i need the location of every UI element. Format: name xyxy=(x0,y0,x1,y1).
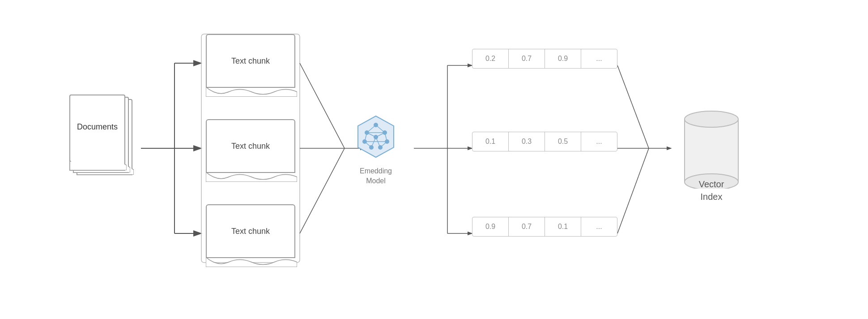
cylinder-icon xyxy=(682,108,740,189)
vector-cell-1-1: 0.2 xyxy=(472,49,509,68)
vector-cell-3-1: 0.9 xyxy=(472,217,509,236)
chunk-label-1: Text chunk xyxy=(231,56,270,66)
vector-cell-3-4: ... xyxy=(581,217,617,236)
vector-index-group: Documents VectorIndex xyxy=(671,108,752,203)
chunk-box-3: Text chunk xyxy=(206,204,295,258)
vector-row-1: 0.2 0.7 0.9 ... xyxy=(472,49,617,69)
embedding-model-group: Emedding Model xyxy=(336,112,416,186)
chunk-label-2: Text chunk xyxy=(231,142,270,151)
embedding-icon xyxy=(351,112,400,162)
chunk-box-1: Text chunk xyxy=(206,34,295,88)
vector-index-label: Documents VectorIndex xyxy=(699,178,724,203)
documents-label: Documents xyxy=(70,95,124,132)
documents-stack: Documents xyxy=(69,95,136,184)
vector-cell-2-1: 0.1 xyxy=(472,132,509,151)
chunk-2: Text chunk xyxy=(201,119,300,173)
diagram: Documents Text chunk Text chunk Text chu… xyxy=(31,14,837,305)
vector-cell-1-2: 0.7 xyxy=(509,49,545,68)
svg-rect-44 xyxy=(685,119,738,182)
chunk-label-3: Text chunk xyxy=(231,227,270,236)
chunk-box-2: Text chunk xyxy=(206,119,295,173)
vector-cell-3-3: 0.1 xyxy=(545,217,581,236)
doc-page-front: Documents xyxy=(69,95,125,171)
vector-cell-3-2: 0.7 xyxy=(509,217,545,236)
chunk-3: Text chunk xyxy=(201,204,300,258)
vector-row-2: 0.1 0.3 0.5 ... xyxy=(472,132,617,151)
svg-line-19 xyxy=(617,65,649,148)
vector-row-3: 0.9 0.7 0.1 ... xyxy=(472,217,617,237)
embedding-label: Emedding Model xyxy=(360,166,392,186)
chunk-1: Text chunk xyxy=(201,34,300,88)
svg-point-45 xyxy=(685,111,738,127)
documents-group: Documents xyxy=(58,95,148,184)
vector-cell-2-3: 0.5 xyxy=(545,132,581,151)
vector-cell-1-4: ... xyxy=(581,49,617,68)
svg-line-21 xyxy=(617,148,649,233)
vector-cell-1-3: 0.9 xyxy=(545,49,581,68)
vector-cell-2-4: ... xyxy=(581,132,617,151)
vector-cell-2-2: 0.3 xyxy=(509,132,545,151)
